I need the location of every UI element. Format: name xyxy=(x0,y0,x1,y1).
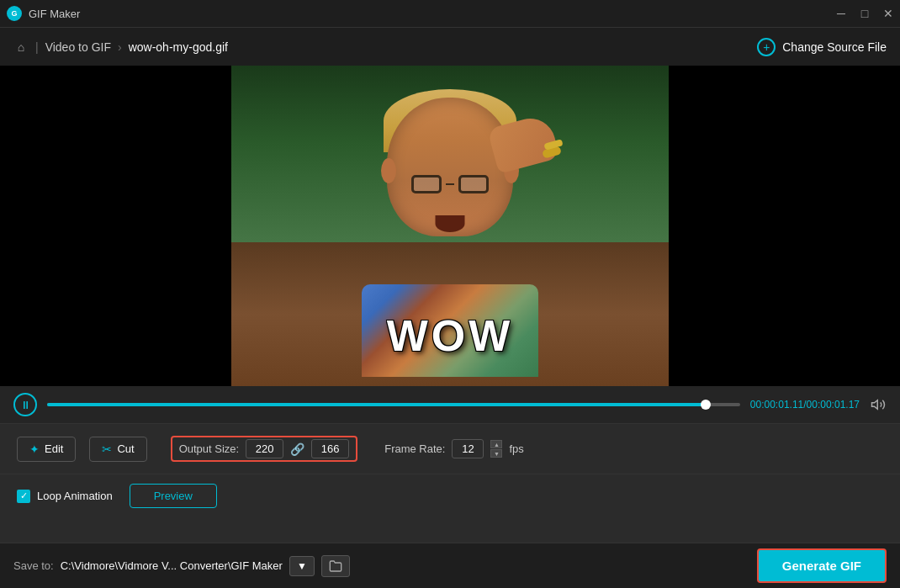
time-display: 00:00:01.11/00:00:01.17 xyxy=(750,399,860,411)
nav-bar: ⌂ | Video to GIF › wow-oh-my-god.gif + C… xyxy=(0,27,900,66)
edit-icon: ✦ xyxy=(29,442,40,456)
breadcrumb-video-to-gif[interactable]: Video to GIF xyxy=(45,40,111,54)
edit-button[interactable]: ✦ Edit xyxy=(17,437,76,462)
video-area: WOW xyxy=(0,66,900,386)
change-source-label: Change Source File xyxy=(782,40,887,54)
volume-icon[interactable] xyxy=(870,396,887,413)
folder-button[interactable] xyxy=(321,555,350,577)
progress-thumb[interactable] xyxy=(701,400,711,410)
video-frame: WOW xyxy=(231,66,669,386)
nav-separator: | xyxy=(35,40,39,54)
cut-icon: ✂ xyxy=(102,442,112,456)
frame-rate-label: Frame Rate: xyxy=(384,442,445,455)
loop-animation-checkbox[interactable]: ✓ Loop Animation xyxy=(17,490,113,503)
svg-marker-0 xyxy=(872,400,878,410)
progress-fill xyxy=(47,403,706,406)
app-title: GIF Maker xyxy=(29,8,80,20)
output-size-group: Output Size: 🔗 xyxy=(171,436,358,462)
app-logo: G xyxy=(7,6,22,21)
change-source-icon: + xyxy=(757,38,776,56)
current-time: 00:00:01.11 xyxy=(750,399,803,411)
width-input[interactable] xyxy=(246,439,283,458)
save-to-label: Save to: xyxy=(13,559,54,572)
spinner-down[interactable]: ▼ xyxy=(490,449,502,458)
progress-bar[interactable] xyxy=(47,403,740,406)
title-bar: G GIF Maker ─ □ ✕ xyxy=(0,0,900,27)
maximize-button[interactable]: □ xyxy=(860,8,870,19)
save-dropdown-button[interactable]: ▼ xyxy=(289,556,315,576)
preview-button[interactable]: Preview xyxy=(130,484,217,508)
save-left: Save to: C:\Vidmore\Vidmore V... Convert… xyxy=(13,555,350,577)
cut-button[interactable]: ✂ Cut xyxy=(89,437,146,462)
breadcrumb-arrow: › xyxy=(118,40,122,54)
height-input[interactable] xyxy=(311,439,349,458)
frame-rate-spinner[interactable]: ▲ ▼ xyxy=(490,440,502,458)
generate-gif-button[interactable]: Generate GIF xyxy=(757,548,887,583)
save-path: C:\Vidmore\Vidmore V... Converter\GIF Ma… xyxy=(61,559,283,572)
loop-preview-bar: ✓ Loop Animation Preview xyxy=(0,474,900,517)
title-bar-left: G GIF Maker xyxy=(7,6,80,21)
minimize-button[interactable]: ─ xyxy=(836,8,846,19)
fps-label: fps xyxy=(509,442,523,455)
checkbox-checked-icon: ✓ xyxy=(17,490,30,503)
frame-rate-input[interactable] xyxy=(452,439,484,458)
breadcrumb-current-file: wow-oh-my-god.gif xyxy=(129,40,228,54)
title-bar-controls: ─ □ ✕ xyxy=(836,8,893,19)
output-size-label: Output Size: xyxy=(179,442,240,455)
total-time: 00:00:01.17 xyxy=(807,399,860,411)
nav-left: ⌂ | Video to GIF › wow-oh-my-god.gif xyxy=(13,40,228,55)
toolbar-bar: ✦ Edit ✂ Cut Output Size: 🔗 Frame Rate: … xyxy=(0,423,900,474)
spinner-up[interactable]: ▲ xyxy=(490,440,502,448)
change-source-button[interactable]: + Change Source File xyxy=(757,38,887,56)
frame-rate-group: Frame Rate: ▲ ▼ fps xyxy=(384,439,524,458)
play-pause-button[interactable]: ⏸ xyxy=(13,393,37,416)
wow-overlay-text: WOW xyxy=(387,310,514,361)
controls-bar: ⏸ 00:00:01.11/00:00:01.17 xyxy=(0,386,900,423)
home-icon[interactable]: ⌂ xyxy=(13,40,29,55)
link-icon[interactable]: 🔗 xyxy=(290,442,304,456)
loop-animation-label: Loop Animation xyxy=(37,490,113,502)
close-button[interactable]: ✕ xyxy=(883,8,893,19)
save-bar: Save to: C:\Vidmore\Vidmore V... Convert… xyxy=(0,543,900,588)
